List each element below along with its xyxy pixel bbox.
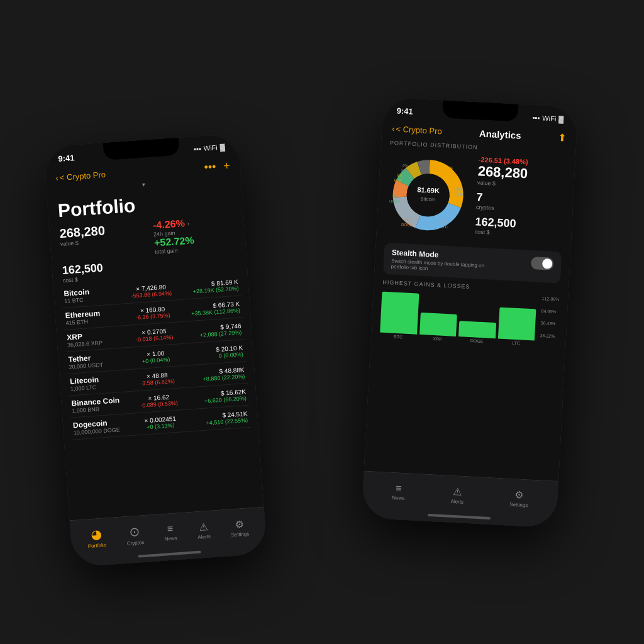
gains-losses-section: HIGHEST GAINS & LOSSES BTC XRP xyxy=(370,276,569,350)
svg-text:30%: 30% xyxy=(445,166,453,170)
chevron-left-icon-r: ‹ xyxy=(392,124,395,133)
settings-tab-icon-r: ⚙ xyxy=(514,489,524,501)
change-24h: -4.26% xyxy=(153,218,186,231)
svg-text:BTC: BTC xyxy=(445,171,453,175)
settings-tab-icon: ⚙ xyxy=(235,518,244,530)
btc-right: $ 81.69 K +28.19K (52.70%) xyxy=(180,278,239,295)
btc-bar xyxy=(380,292,419,335)
portfolio-tab-icon: ◕ xyxy=(91,526,103,542)
xrp-bar-label: XRP xyxy=(433,336,442,341)
status-icons-right: ▪▪▪ WiFi ▓ xyxy=(532,114,564,123)
tab-portfolio[interactable]: ◕ Portfolio xyxy=(87,526,107,549)
svg-text:25%: 25% xyxy=(455,187,464,192)
tab-cryptos[interactable]: ⊙ Cryptos xyxy=(126,523,145,547)
analytics-stats: -226.51 (3.48%) 268,280 value $ 7 crypto… xyxy=(467,155,567,245)
distribution-section: PORTFOLIO DISTRIBUTION xyxy=(376,136,576,250)
tab-news-r[interactable]: ≡ News xyxy=(392,482,406,501)
add-icon[interactable]: + xyxy=(223,159,231,173)
bar-ltc: LTC xyxy=(497,307,536,346)
svg-text:18%: 18% xyxy=(441,219,449,224)
doge-bar-label: DOGE xyxy=(470,338,484,343)
chevron-left-icon: ‹ xyxy=(55,173,58,182)
svg-text:DOGE: DOGE xyxy=(401,223,413,227)
signal-icon: ▪▪▪ xyxy=(194,145,202,153)
stealth-mode-section: Stealth Mode Switch stealth mode by doub… xyxy=(383,243,562,284)
svg-text:81.69K: 81.69K xyxy=(417,186,440,194)
svg-text:7%: 7% xyxy=(392,194,398,198)
wifi-icon: WiFi xyxy=(203,143,218,152)
tab-settings-r[interactable]: ⚙ Settings xyxy=(509,488,528,508)
change-stat: -226.51 (3.48%) 268,280 value $ xyxy=(477,155,567,190)
chart-area: BTC XRP DOGE xyxy=(380,288,560,348)
tab-news-label: News xyxy=(164,535,177,541)
y-axis: 112.86% 84.65% 56.43% 28.22% xyxy=(540,296,560,347)
tab-cryptos-label: Cryptos xyxy=(126,540,144,547)
svg-text:BNB: BNB xyxy=(394,178,402,182)
battery-icon: ▓ xyxy=(219,143,225,152)
btc-bar-label: BTC xyxy=(394,335,402,340)
alerts-tab-icon: ⚠ xyxy=(199,520,208,533)
svg-text:XRP: XRP xyxy=(401,169,409,173)
scene: 9:41 ▪▪▪ WiFi ▓ ‹ < Crypto Pro ••• + xyxy=(39,64,605,580)
tab-news-label-r: News xyxy=(392,495,404,501)
y-label-3: 56.43% xyxy=(540,321,558,326)
tab-alerts[interactable]: ⚠ Alerts xyxy=(197,520,211,540)
y-label-4: 28.22% xyxy=(540,333,557,338)
bar-xrp: XRP xyxy=(419,313,457,342)
tab-settings-label-r: Settings xyxy=(509,501,528,508)
stealth-text: Stealth Mode Switch stealth mode by doub… xyxy=(391,248,499,275)
stealth-toggle[interactable] xyxy=(531,257,554,270)
time-right: 9:41 xyxy=(396,106,413,116)
bar-doge: DOGE xyxy=(458,321,496,344)
tab-alerts-r[interactable]: ⚠ Alerts xyxy=(450,485,464,504)
signal-icon-r: ▪▪▪ xyxy=(532,114,540,122)
doge-bar xyxy=(458,321,496,338)
tab-alerts-label: Alerts xyxy=(197,533,211,540)
svg-text:6%: 6% xyxy=(402,164,409,167)
xrp-bar xyxy=(419,313,457,336)
tab-news[interactable]: ≡ News xyxy=(164,523,177,541)
cost-stat: 162,500 cost $ xyxy=(474,215,563,239)
tab-bar-right: ≡ News ⚠ Alerts ⚙ Settings xyxy=(362,471,559,528)
status-icons-left: ▪▪▪ WiFi ▓ xyxy=(194,143,225,153)
cryptos-tab-icon: ⊙ xyxy=(129,523,141,539)
toggle-knob xyxy=(542,258,553,269)
alerts-tab-icon-r: ⚠ xyxy=(453,486,462,498)
btc-mid: × 7,426.80 -553.86 (6.94%) xyxy=(121,282,180,299)
ltc-bar xyxy=(498,307,536,340)
svg-text:ETH: ETH xyxy=(455,192,463,197)
svg-text:USDT: USDT xyxy=(389,199,400,204)
nav-back-label-left: < Crypto Pro xyxy=(59,170,106,182)
tab-settings-label: Settings xyxy=(231,531,249,538)
time-left: 9:41 xyxy=(58,153,75,164)
svg-text:6%: 6% xyxy=(397,174,403,177)
tab-settings[interactable]: ⚙ Settings xyxy=(230,518,250,538)
tab-bar-left: ◕ Portfolio ⊙ Cryptos ≡ News ⚠ Alerts ⚙ xyxy=(70,507,267,567)
analytics-title: Analytics xyxy=(479,128,521,140)
analytics-screen: 9:41 ▪▪▪ WiFi ▓ ‹ < Crypto Pro Analytics… xyxy=(362,97,579,528)
news-tab-icon-r: ≡ xyxy=(396,482,402,494)
svg-text:Bitcoin: Bitcoin xyxy=(420,196,435,203)
change-block: -4.26% › 24h gain +52.72% total gain xyxy=(153,214,236,255)
share-icon[interactable]: ⬆ xyxy=(558,131,567,144)
battery-icon-r: ▓ xyxy=(558,115,564,123)
wifi-icon-r: WiFi xyxy=(542,114,557,123)
tab-portfolio-label: Portfolio xyxy=(88,542,107,549)
bar-btc: BTC xyxy=(380,292,419,340)
nav-back-label-right: < Crypto Pro xyxy=(396,124,442,136)
btc-left: Bitcoin 11 BTC xyxy=(64,285,123,304)
nav-back-left[interactable]: ‹ < Crypto Pro xyxy=(55,170,106,183)
nav-actions-left: ••• + xyxy=(204,159,231,174)
crypto-list: Bitcoin 11 BTC × 7,426.80 -553.86 (6.94%… xyxy=(53,273,258,440)
tab-alerts-label-r: Alerts xyxy=(450,498,464,504)
bar-chart: BTC XRP DOGE xyxy=(380,288,537,347)
y-label-1: 112.86% xyxy=(542,296,560,301)
nav-back-right[interactable]: ‹ < Crypto Pro xyxy=(392,124,442,136)
cryptos-stat: 7 cryptos xyxy=(476,191,565,214)
donut-container: 81.69K Bitcoin 30% BTC 25% ETH 18% LTC 8… xyxy=(385,148,567,247)
more-icon[interactable]: ••• xyxy=(204,160,216,174)
value-block: 268,280 value $ xyxy=(59,221,143,262)
ltc-bar-label: LTC xyxy=(512,341,520,346)
phone-right: 9:41 ▪▪▪ WiFi ▓ ‹ < Crypto Pro Analytics… xyxy=(362,97,579,528)
news-tab-icon: ≡ xyxy=(167,523,174,535)
